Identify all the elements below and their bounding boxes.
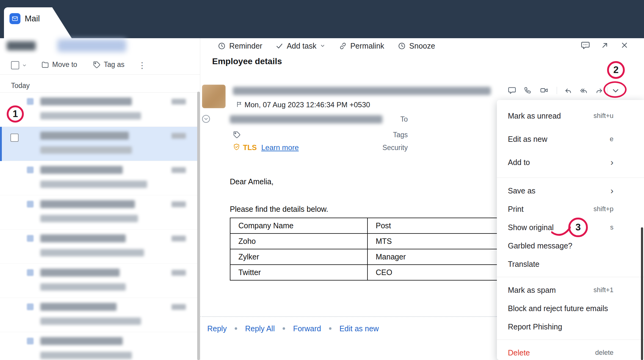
email-list-item[interactable] <box>0 195 200 230</box>
unread-marker-icon <box>27 269 34 276</box>
menu-item-label: Add to <box>508 158 530 167</box>
browser-tab-mail[interactable]: Mail <box>4 7 52 38</box>
selected-row-indicator <box>0 127 2 161</box>
menu-item-mark-as-unread[interactable]: Mark as unread shift+u <box>497 104 644 127</box>
open-in-new-window-icon[interactable] <box>601 41 609 50</box>
menu-item-label: Block and reject future emails <box>508 304 608 313</box>
message-subject: Employee details <box>212 57 282 66</box>
toolbar-divider <box>0 74 200 75</box>
flag-icon[interactable] <box>236 101 243 108</box>
email-list-item[interactable] <box>0 332 200 360</box>
menu-item-delete[interactable]: Delete delete <box>497 343 644 360</box>
redacted-sender <box>40 234 126 242</box>
tag-as-button[interactable]: Tag as <box>93 61 125 69</box>
close-icon[interactable] <box>620 41 629 50</box>
menu-item-add-to[interactable]: Add to › <box>497 151 644 174</box>
list-section-today: Today <box>11 79 30 92</box>
menu-item-edit-as-new[interactable]: Edit as new e <box>497 127 644 151</box>
table-header-row: Company Name Post <box>230 218 505 233</box>
table-cell: Zylker <box>230 249 367 265</box>
submenu-chevron-icon: › <box>610 186 613 195</box>
menu-item-label: Report Phishing <box>508 322 562 331</box>
redacted-subject <box>40 352 132 359</box>
tls-shield-icon <box>233 143 241 151</box>
sender-avatar <box>202 85 226 108</box>
email-list-item[interactable] <box>0 298 200 332</box>
feedback-comment-icon[interactable] <box>581 41 590 50</box>
snooze-button[interactable]: Snooze <box>398 42 435 50</box>
learn-more-link[interactable]: Learn more <box>261 143 299 152</box>
email-list-item-selected[interactable] <box>0 127 200 161</box>
redacted-sender <box>40 200 135 208</box>
reply-all-link[interactable]: Reply All <box>245 324 275 333</box>
reply-link[interactable]: Reply <box>207 324 227 333</box>
menu-item-mark-as-spam[interactable]: Mark as spam shift+1 <box>497 281 644 299</box>
add-task-button[interactable]: Add task <box>276 42 325 50</box>
mail-app-icon <box>9 13 20 24</box>
menu-item-label: Save as <box>508 186 535 195</box>
unread-marker-icon <box>27 303 34 310</box>
check-icon <box>276 42 283 50</box>
menu-item-label: Delete <box>508 348 530 357</box>
dot-separator <box>283 327 285 330</box>
annotation-step-2: 2 <box>607 61 625 79</box>
tab-title: Mail <box>25 14 40 24</box>
list-scrollbar[interactable] <box>197 92 200 360</box>
email-list-item[interactable] <box>0 93 200 127</box>
comment-icon[interactable] <box>508 86 516 94</box>
mail-app: Mail Move to Tag as ⋮ Today <box>0 0 644 360</box>
menu-item-translate[interactable]: Translate <box>497 255 644 273</box>
window-scrollbar-thumb[interactable] <box>641 227 643 360</box>
forward-icon[interactable] <box>595 86 603 94</box>
email-row-checkbox[interactable] <box>10 134 19 142</box>
more-options-icon[interactable]: ⋮ <box>138 61 146 70</box>
menu-item-report-phishing[interactable]: Report Phishing <box>497 318 644 336</box>
redacted-subject <box>40 181 147 188</box>
select-dropdown-chevron-icon[interactable] <box>21 63 27 68</box>
menu-item-shortcut: s <box>610 223 613 231</box>
reply-all-icon[interactable] <box>580 86 588 94</box>
tags-tag-icon[interactable] <box>233 131 241 139</box>
menu-item-shortcut: shift+u <box>594 112 613 120</box>
message-footer-actions: Reply Reply All Forward Edit as new <box>207 323 379 334</box>
body-footer-divider <box>201 316 498 317</box>
menu-item-garbled-message[interactable]: Garbled message? <box>497 237 644 255</box>
dot-separator <box>329 327 331 330</box>
tag-icon <box>93 61 101 69</box>
redacted-subject <box>40 249 144 256</box>
redacted-subject <box>40 112 141 119</box>
redacted-date <box>172 201 186 207</box>
redacted-sender <box>40 337 123 345</box>
menu-item-label: Mark as unread <box>508 112 561 120</box>
phone-call-icon[interactable] <box>524 86 532 94</box>
email-list-item[interactable] <box>0 230 200 264</box>
snooze-clock-icon <box>398 42 406 50</box>
video-call-icon[interactable] <box>540 86 548 94</box>
menu-item-block-and-reject[interactable]: Block and reject future emails <box>497 299 644 318</box>
redacted-subject <box>40 215 138 222</box>
table-header-cell: Company Name <box>230 218 367 233</box>
select-all-checkbox[interactable] <box>11 61 19 69</box>
email-list-item[interactable] <box>0 161 200 195</box>
edit-as-new-link[interactable]: Edit as new <box>339 324 379 333</box>
menu-item-print[interactable]: Print shift+p <box>497 200 644 218</box>
move-to-button[interactable]: Move to <box>41 61 77 69</box>
annotation-3-swoosh <box>551 226 571 238</box>
redacted-sender <box>40 166 123 174</box>
add-task-chevron-icon[interactable] <box>320 43 325 49</box>
unread-marker-icon <box>27 201 34 208</box>
menu-item-label: Print <box>508 205 523 214</box>
email-list-item[interactable] <box>0 264 200 298</box>
collapse-header-icon[interactable] <box>201 114 211 123</box>
table-row: Zylker Manager <box>230 249 505 265</box>
unread-marker-icon <box>27 98 34 105</box>
body-greeting: Dear Amelia, <box>230 177 273 186</box>
forward-link[interactable]: Forward <box>293 324 321 333</box>
reply-icon[interactable] <box>564 86 572 94</box>
redacted-sender <box>40 303 117 311</box>
permalink-label: Permalink <box>350 42 384 50</box>
permalink-icon <box>339 42 347 50</box>
permalink-button[interactable]: Permalink <box>339 42 384 50</box>
reminder-button[interactable]: Reminder <box>218 42 262 50</box>
menu-item-save-as[interactable]: Save as › <box>497 182 644 200</box>
